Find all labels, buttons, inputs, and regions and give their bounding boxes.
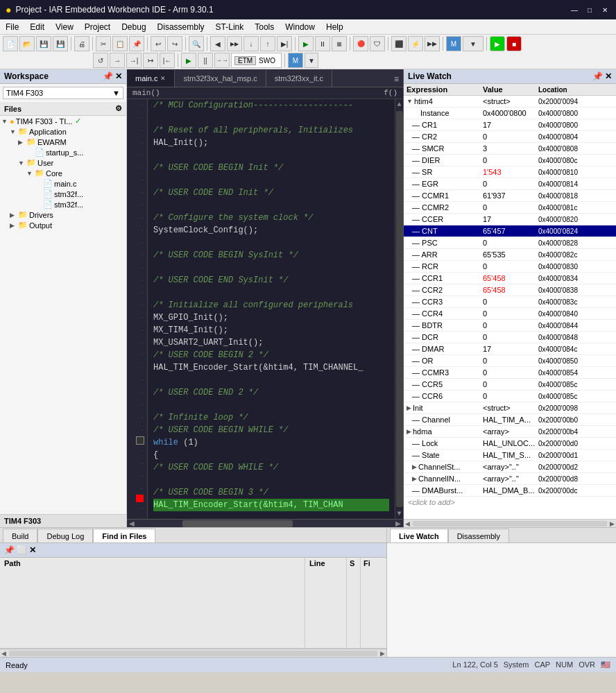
- lw-row-ccr1[interactable]: — CCR1 65'458 0x4000'0834: [404, 273, 616, 284]
- lw-row-channelst[interactable]: ▶ ChannelSt... <array>".." 0x2000'00d2: [404, 461, 616, 473]
- menu-edit[interactable]: Edit: [24, 21, 50, 33]
- editor-options-icon[interactable]: ≡: [390, 71, 403, 87]
- workspace-dropdown[interactable]: TIM4 F303 ▼: [3, 87, 123, 99]
- shield-button[interactable]: 🛡: [370, 36, 385, 51]
- lw-row-dmar[interactable]: — DMAR 17 0x4000'084c: [404, 343, 616, 355]
- lw-row-arr[interactable]: — ARR 65'535 0x4000'082c: [404, 249, 616, 261]
- fif-float-icon[interactable]: ⬜: [17, 545, 27, 555]
- monitor-button[interactable]: M: [446, 36, 461, 51]
- lw-row-hdma[interactable]: ▶ hdma <array> 0x2000'00b4: [404, 426, 616, 438]
- tab-live-watch[interactable]: Live Watch: [390, 529, 448, 542]
- new-file-button[interactable]: 📄: [3, 36, 18, 51]
- fif-pin-icon[interactable]: 📌: [4, 545, 15, 555]
- lw-row-ccr4[interactable]: — CCR4 0 0x4000'0840: [404, 308, 616, 320]
- jump-button[interactable]: ↦: [143, 53, 158, 68]
- expand-icon[interactable]: ▶: [407, 428, 411, 435]
- redo-button[interactable]: ↪: [167, 36, 182, 51]
- dropdown2-button[interactable]: ▼: [305, 53, 318, 68]
- maximize-button[interactable]: □: [584, 4, 595, 15]
- run-cursor-button[interactable]: ▶|: [277, 36, 292, 51]
- lw-row-channel[interactable]: — Channel HAL_TIM_A... 0x2000'00b0: [404, 414, 616, 426]
- lw-row-dmaburst[interactable]: — DMABurst... HAL_DMA_B... 0x2000'00dc: [404, 485, 616, 497]
- lw-row-dcr[interactable]: — DCR 0 0x4000'0848: [404, 332, 616, 343]
- editor-horizontal-scrollbar[interactable]: ◀ ▶: [127, 519, 403, 527]
- step-button[interactable]: →: [110, 53, 125, 68]
- menu-tools[interactable]: Tools: [249, 21, 280, 33]
- expand-icon[interactable]: ▶: [407, 404, 411, 411]
- lw-row-bdtr[interactable]: — BDTR 0 0x4000'0844: [404, 320, 616, 332]
- menu-help[interactable]: Help: [320, 21, 349, 33]
- menu-file[interactable]: File: [0, 21, 24, 33]
- editor-tab-main-c[interactable]: main.c ✕: [127, 70, 175, 87]
- expand-icon[interactable]: ▶: [412, 463, 417, 470]
- lw-row-sr[interactable]: — SR 1'543 0x4000'0810: [404, 166, 616, 178]
- breakpoint-button[interactable]: 🔴: [353, 36, 368, 51]
- dropdown-button[interactable]: ▼: [463, 36, 484, 51]
- lw-row-psc[interactable]: — PSC 0 0x4000'0828: [404, 237, 616, 249]
- fif-close-icon[interactable]: ✕: [29, 545, 36, 555]
- collapse-icon[interactable]: f(): [384, 89, 397, 97]
- etm-tab[interactable]: ETM: [234, 56, 256, 65]
- lw-row-htim4[interactable]: ▼ htim4 <struct> 0x2000'0094: [404, 96, 616, 108]
- lw-row-cr1[interactable]: — CR1 17 0x4000'0800: [404, 119, 616, 131]
- tab-close-icon[interactable]: ✕: [160, 75, 166, 82]
- monitor2-button[interactable]: M: [288, 53, 303, 68]
- lw-row-state[interactable]: — State HAL_TIM_S... 0x2000'00d1: [404, 450, 616, 461]
- livewatch-hscrollbar[interactable]: ◀ ▶: [404, 519, 616, 527]
- editor-tab-hal-msp[interactable]: stm32f3xx_hal_msp.c: [175, 70, 266, 87]
- tab-debug-log[interactable]: Debug Log: [37, 529, 93, 542]
- pause-button[interactable]: ⏸: [315, 36, 330, 51]
- run-button[interactable]: ▶: [298, 36, 314, 51]
- mark-button[interactable]: |←: [160, 53, 175, 68]
- lw-row-ccr3[interactable]: — CCR3 0 0x4000'083c: [404, 296, 616, 308]
- editor-vscrollbar[interactable]: ▲ ▼: [395, 99, 403, 519]
- green-run-button[interactable]: ▶: [490, 36, 505, 51]
- copy-button[interactable]: 📋: [112, 36, 128, 51]
- pause2-button[interactable]: ||: [198, 53, 213, 68]
- search-button[interactable]: 🔍: [189, 36, 204, 51]
- editor-content[interactable]: · · · · · · · · · · · · · · · · · · · ·: [127, 99, 403, 519]
- livewatch-close-icon[interactable]: ✕: [605, 71, 612, 81]
- paste-button[interactable]: 📌: [129, 36, 144, 51]
- tree-item-application[interactable]: ▼ 📁 Application: [0, 126, 126, 137]
- menu-window[interactable]: Window: [280, 21, 320, 33]
- cycle-button[interactable]: ↺: [93, 53, 108, 68]
- code-lines[interactable]: /* MCU Configuration--------------------…: [148, 99, 395, 519]
- tab-disassembly[interactable]: Disassembly: [448, 529, 509, 542]
- lw-row-ccer[interactable]: — CCER 17 0x4000'0820: [404, 214, 616, 225]
- menu-view[interactable]: View: [50, 21, 79, 33]
- close-button[interactable]: ✕: [599, 4, 610, 15]
- step2-button[interactable]: →|: [126, 53, 142, 68]
- save-button[interactable]: 💾: [36, 36, 51, 51]
- menu-stlink[interactable]: ST-Link: [210, 21, 250, 33]
- lw-row-cnt[interactable]: — CNT 65'457 0x4000'0824: [404, 225, 616, 237]
- menu-disassembly[interactable]: Disassembly: [152, 21, 210, 33]
- back-button[interactable]: ◀: [210, 36, 225, 51]
- tree-item-ewarm[interactable]: ▶ 📁 EWARM: [0, 137, 126, 147]
- lw-row-dier[interactable]: — DIER 0 0x4000'080c: [404, 155, 616, 166]
- step3-button[interactable]: →→: [214, 53, 230, 68]
- editor-tab-it[interactable]: stm32f3xx_it.c: [266, 70, 332, 87]
- undo-button[interactable]: ↩: [151, 36, 166, 51]
- flash-button[interactable]: ⚡: [408, 36, 423, 51]
- lw-row-ccmr1[interactable]: — CCMR1 61'937 0x4000'0818: [404, 190, 616, 202]
- scrollbar-thumb[interactable]: [182, 520, 293, 527]
- tree-item-main-c[interactable]: 📄 main.c: [0, 178, 126, 189]
- lw-row-ccr6[interactable]: — CCR6 0 0x4000'085c: [404, 391, 616, 402]
- sidebar-pin-icon[interactable]: 📌: [103, 71, 113, 81]
- play2-button[interactable]: ▶: [181, 53, 196, 68]
- save-all-button[interactable]: 💾: [53, 36, 68, 51]
- lw-row-rcr[interactable]: — RCR 0 0x4000'0830: [404, 261, 616, 273]
- tab-find-in-files[interactable]: Find in Files: [93, 529, 155, 542]
- lw-row-channelin[interactable]: ▶ ChannelIN... <array>".." 0x2000'00d8: [404, 473, 616, 485]
- menu-debug[interactable]: Debug: [116, 21, 151, 33]
- step-out-button[interactable]: ↑: [260, 36, 275, 51]
- expand-icon[interactable]: ▼: [407, 98, 413, 105]
- lw-row-egr[interactable]: — EGR 0 0x4000'0814: [404, 178, 616, 190]
- debug2-button[interactable]: ▶▶: [425, 36, 440, 51]
- swo-tab[interactable]: SWO: [256, 57, 278, 65]
- menu-project[interactable]: Project: [79, 21, 116, 33]
- step-in-button[interactable]: ↓: [243, 36, 259, 51]
- print-button[interactable]: 🖨: [74, 36, 89, 51]
- tree-item-stm32-1[interactable]: 📄 stm32f...: [0, 189, 126, 199]
